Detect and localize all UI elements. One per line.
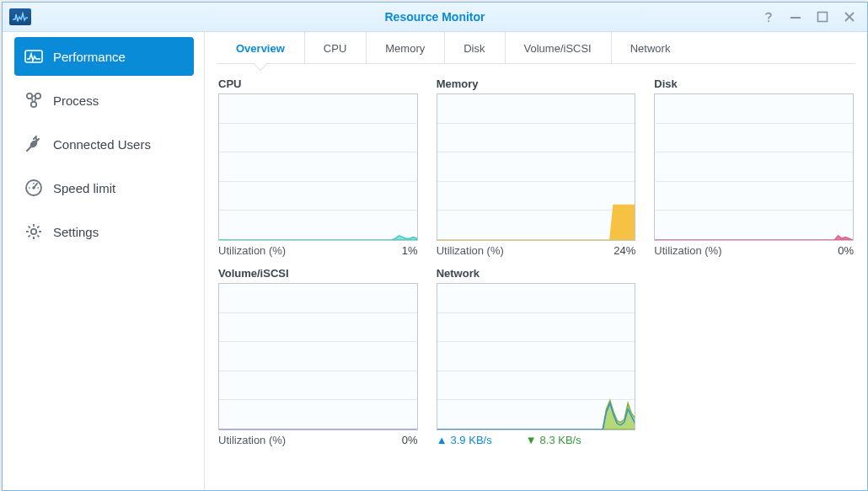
tab-label: Overview (236, 42, 285, 55)
tabs: Overview CPU Memory Disk Volume/iSCSI Ne… (217, 32, 855, 64)
performance-icon (24, 47, 43, 66)
card-cpu[interactable]: CPU Utilization (%) 1% (218, 77, 418, 257)
download-value: ▼8.3 KB/s (526, 434, 581, 446)
sidebar-item-label: Performance (53, 50, 126, 64)
process-icon (24, 91, 43, 109)
sidebar-item-label: Process (53, 93, 99, 108)
card-caption: Utilization (%) 1% (218, 244, 418, 257)
arrow-up-icon: ▲ (437, 434, 447, 446)
chart-network (437, 283, 636, 430)
main-panel: Overview CPU Memory Disk Volume/iSCSI Ne… (205, 32, 867, 490)
tab-label: Memory (385, 42, 425, 55)
sidebar-item-label: Connected Users (53, 137, 151, 152)
plug-icon (24, 135, 43, 153)
titlebar[interactable]: Resource Monitor (3, 3, 867, 32)
minimize-icon[interactable] (788, 3, 803, 31)
maximize-icon[interactable] (815, 3, 830, 31)
tab-label: Volume/iSCSI (524, 42, 592, 55)
tab-volume[interactable]: Volume/iSCSI (505, 32, 611, 63)
help-icon[interactable] (761, 3, 776, 31)
svg-point-0 (768, 20, 769, 22)
caption-label: Utilization (%) (654, 244, 721, 257)
close-icon[interactable] (842, 3, 857, 31)
svg-point-6 (31, 102, 36, 107)
card-caption: Utilization (%) 0% (654, 244, 854, 257)
svg-rect-1 (790, 17, 801, 19)
card-title: Network (437, 267, 636, 280)
card-caption: Utilization (%) 24% (437, 244, 636, 257)
sidebar-item-process[interactable]: Process (14, 81, 194, 120)
svg-rect-3 (25, 51, 42, 62)
sidebar-item-speed-limit[interactable]: Speed limit (14, 168, 194, 207)
caption-value: 24% (613, 244, 635, 257)
network-caption: ▲3.9 KB/s ▼8.3 KB/s (437, 434, 636, 446)
gauge-icon (24, 179, 43, 197)
tab-disk[interactable]: Disk (444, 32, 504, 63)
tab-memory[interactable]: Memory (366, 32, 444, 63)
arrow-down-icon: ▼ (526, 434, 537, 446)
app-icon (9, 8, 31, 25)
caption-value: 1% (402, 244, 418, 257)
card-volume[interactable]: Volume/iSCSI Utilization (%) 0% (218, 267, 418, 446)
tab-network[interactable]: Network (611, 32, 690, 63)
app-window: Resource Monitor Performance (2, 2, 868, 491)
caption-value: 0% (838, 244, 854, 257)
sidebar: Performance Process Connected Users Spee… (3, 32, 205, 490)
tab-label: Network (630, 42, 671, 55)
svg-rect-2 (818, 13, 828, 22)
tab-overview[interactable]: Overview (217, 32, 304, 63)
card-title: Volume/iSCSI (218, 267, 418, 280)
card-disk[interactable]: Disk Utilization (%) 0% (654, 77, 854, 257)
card-caption: Utilization (%) 0% (218, 434, 418, 446)
overview-grid: CPU Utilization (%) 1% Memory Utilizatio… (205, 64, 867, 453)
tab-label: Disk (463, 42, 485, 55)
chart-memory (437, 93, 636, 241)
card-memory[interactable]: Memory Utilization (%) 24% (437, 77, 636, 257)
caption-value: 0% (402, 434, 418, 446)
caption-label: Utilization (%) (218, 244, 286, 257)
sidebar-item-label: Speed limit (53, 181, 115, 195)
caption-label: Utilization (%) (218, 434, 286, 446)
sidebar-item-connected-users[interactable]: Connected Users (14, 125, 194, 163)
tab-cpu[interactable]: CPU (304, 32, 366, 63)
card-title: Memory (437, 77, 636, 90)
sidebar-item-settings[interactable]: Settings (14, 212, 194, 251)
window-title: Resource Monitor (3, 10, 867, 24)
card-title: CPU (218, 77, 418, 90)
upload-value: ▲3.9 KB/s (437, 434, 492, 446)
svg-point-9 (32, 186, 35, 189)
sidebar-item-performance[interactable]: Performance (14, 37, 194, 76)
chart-cpu (218, 93, 418, 241)
card-title: Disk (654, 77, 854, 90)
gear-icon (24, 222, 43, 241)
card-network[interactable]: Network ▲3.9 KB/s ▼8.3 KB/s (437, 267, 636, 446)
tab-label: CPU (324, 42, 346, 55)
caption-label: Utilization (%) (437, 244, 504, 257)
window-controls (761, 3, 867, 31)
svg-point-10 (31, 229, 36, 234)
sidebar-item-label: Settings (53, 225, 99, 239)
chart-volume (218, 283, 418, 430)
chart-disk (654, 93, 854, 241)
